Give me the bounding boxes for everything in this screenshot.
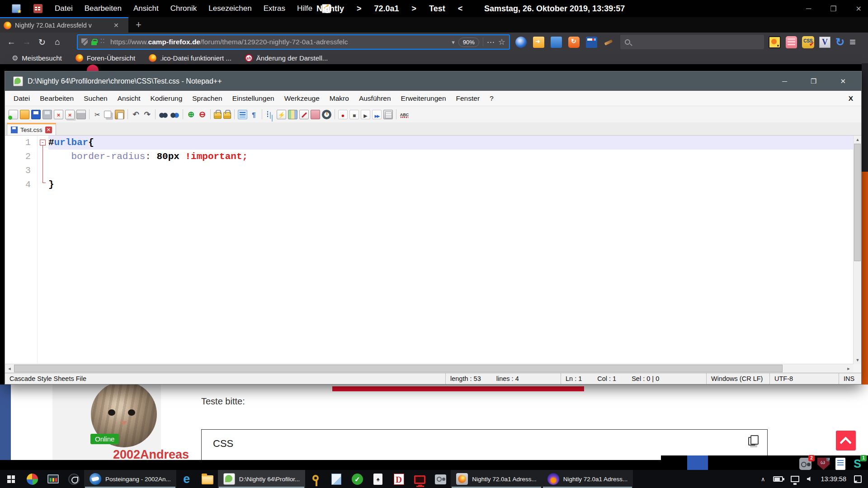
stop-icon[interactable]	[349, 110, 359, 119]
taskbar-thunderbird-button[interactable]: Posteingang - 2002An...	[84, 470, 176, 488]
script-extension-icon[interactable]	[786, 36, 797, 48]
taskbar-firefox-button[interactable]: Nightly 72.0a1 Adress...	[451, 470, 542, 488]
menu-bearbeiten[interactable]: Bearbeiten	[79, 4, 127, 13]
tracking-shield-icon[interactable]	[81, 38, 88, 46]
sync-v-icon[interactable]	[214, 112, 222, 119]
camera-tray-icon[interactable]: 2	[799, 458, 811, 470]
taskbar-dark-app-icon[interactable]	[63, 470, 84, 488]
search-input[interactable]	[620, 35, 764, 49]
function-list-icon[interactable]	[277, 110, 286, 119]
taskbar-cards-app-icon[interactable]: ♠	[368, 470, 388, 488]
new-tab-button[interactable]: +	[136, 19, 142, 31]
npp-maximize-button[interactable]: ❒	[811, 77, 816, 85]
hamburger-menu-icon[interactable]: ≡	[849, 36, 856, 48]
word-wrap-icon[interactable]	[238, 110, 247, 119]
npp-menu-erweiterungen[interactable]: Erweiterungen	[396, 94, 451, 103]
bookmark-ico-datei[interactable]: .ico-Datei funktioniert ...	[144, 54, 236, 62]
taskbar-monitor-app-icon[interactable]	[42, 470, 63, 488]
scroll-up-icon[interactable]: ▲	[854, 136, 862, 144]
zoom-extension-icon[interactable]	[769, 36, 781, 48]
zoom-out-icon[interactable]	[198, 110, 207, 119]
code-text[interactable]: #urlbar{ border-radius: 80px !important;…	[48, 136, 853, 364]
extension-blue-icon[interactable]	[515, 37, 527, 48]
npp-menu-ansicht[interactable]: Ansicht	[113, 94, 146, 103]
undo-icon[interactable]	[131, 110, 141, 119]
v-extension-icon[interactable]: V	[819, 37, 830, 48]
menu-datei[interactable]: Datei	[49, 4, 79, 13]
horizontal-scrollbar-thumb[interactable]	[14, 365, 783, 372]
spellcheck-icon[interactable]	[400, 110, 409, 119]
play-icon[interactable]	[361, 110, 370, 119]
clock[interactable]: 13:39:58	[821, 475, 846, 483]
new-file-icon[interactable]	[9, 110, 18, 119]
menu-chronik[interactable]: Chronik	[165, 4, 203, 13]
save-all-icon[interactable]	[42, 110, 52, 119]
home-button[interactable]: ⌂	[50, 37, 65, 47]
lock-icon[interactable]	[91, 41, 97, 45]
npp-menu-werkzeuge[interactable]: Werkzeuge	[279, 94, 325, 103]
npp-menu-bearbeiten[interactable]: Bearbeiten	[35, 94, 79, 103]
tab-close-icon[interactable]: ✕	[113, 22, 119, 29]
close-all-icon[interactable]	[65, 110, 75, 119]
volume-icon[interactable]	[807, 477, 811, 481]
urlbar-dropdown-icon[interactable]: ▾	[452, 39, 455, 46]
zoom-in-icon[interactable]	[186, 110, 196, 119]
find-icon[interactable]	[159, 110, 168, 119]
page-actions-icon[interactable]: ⋯	[487, 38, 495, 47]
open-icon[interactable]	[20, 110, 29, 119]
taskbar-explorer-icon[interactable]	[197, 470, 218, 488]
window-extension-icon[interactable]	[586, 37, 597, 48]
doc-switcher-icon[interactable]	[299, 110, 309, 119]
vertical-scrollbar-thumb[interactable]	[854, 144, 861, 261]
browser-tab[interactable]: Nightly 72.0a1 Adressfeld v ✕	[0, 17, 128, 33]
s-app-tray-icon[interactable]: S 1	[851, 458, 863, 470]
taskbar-pie-app-icon[interactable]	[22, 470, 42, 488]
npp-menu-fenster[interactable]: Fenster	[451, 94, 485, 103]
npp-minimize-button[interactable]: ─	[782, 77, 787, 85]
npp-menu-kodierung[interactable]: Kodierung	[146, 94, 188, 103]
tray-expand-icon[interactable]: ∧	[761, 476, 765, 483]
npp-doc-close-button[interactable]: X	[849, 94, 861, 103]
copy-icon[interactable]	[748, 437, 755, 446]
save-icon[interactable]	[31, 110, 41, 119]
editor-vertical-scrollbar[interactable]: ▲ ▼	[853, 136, 861, 364]
network-icon[interactable]	[791, 476, 799, 482]
url-text[interactable]: https://www.camp-firefox.de/forum/thema/…	[110, 38, 448, 46]
copy-icon[interactable]	[104, 111, 111, 118]
downloads-folder-icon[interactable]	[533, 37, 544, 48]
taskbar-antivirus-icon[interactable]: ✓	[347, 470, 368, 488]
taskbar-key-app-icon[interactable]	[305, 470, 326, 488]
taskbar-remote-pc-icon[interactable]	[409, 470, 430, 488]
taskbar-nightly-button[interactable]: Nightly 72.0a1 Adress...	[542, 470, 633, 488]
reload-button[interactable]: ↻	[34, 37, 50, 47]
bookmark-star-icon[interactable]: ☆	[498, 37, 505, 47]
url-bar[interactable]: https://www.camp-firefox.de/forum/thema/…	[77, 35, 509, 49]
taskbar-edge-icon[interactable]: e	[176, 470, 197, 488]
doc-map-icon[interactable]	[288, 110, 297, 119]
window-close-button[interactable]: ✕	[856, 5, 862, 13]
replace-icon[interactable]	[170, 110, 179, 119]
session-restore-icon[interactable]	[568, 37, 580, 48]
document-tab-close-icon[interactable]: ✕	[45, 127, 52, 133]
npp-menu-datei[interactable]: Datei	[9, 94, 35, 103]
taskbar-notes-app-icon[interactable]	[326, 470, 347, 488]
npp-menu-help[interactable]: ?	[485, 94, 499, 103]
menu-lesezeichen[interactable]: Lesezeichen	[203, 4, 257, 13]
menu-hilfe[interactable]: Hilfe	[291, 4, 318, 13]
bookmark-foren-uebersicht[interactable]: Foren-Übersicht	[71, 54, 140, 62]
sync-h-icon[interactable]	[223, 112, 231, 119]
menu-ansicht[interactable]: Ansicht	[127, 4, 165, 13]
doc-monitor-icon[interactable]	[322, 110, 331, 119]
play-multi-icon[interactable]	[372, 110, 382, 119]
window-minimize-button[interactable]: ─	[806, 5, 811, 13]
document-tray-icon[interactable]	[835, 458, 845, 470]
folder-workspace-icon[interactable]	[311, 110, 320, 119]
npp-menu-ausfuehren[interactable]: Ausführen	[354, 94, 396, 103]
taskbar-notepad-button[interactable]: D:\Nightly 64\Profilor...	[218, 470, 305, 488]
forward-button[interactable]: →	[19, 37, 34, 47]
shield-tray-icon[interactable]: 1	[817, 458, 830, 470]
scroll-down-icon[interactable]: ▼	[854, 356, 862, 364]
close-doc-icon[interactable]	[54, 110, 63, 119]
editor-horizontal-scrollbar[interactable]: ◄ ►	[5, 364, 853, 373]
theme-brush-icon[interactable]	[604, 37, 615, 48]
